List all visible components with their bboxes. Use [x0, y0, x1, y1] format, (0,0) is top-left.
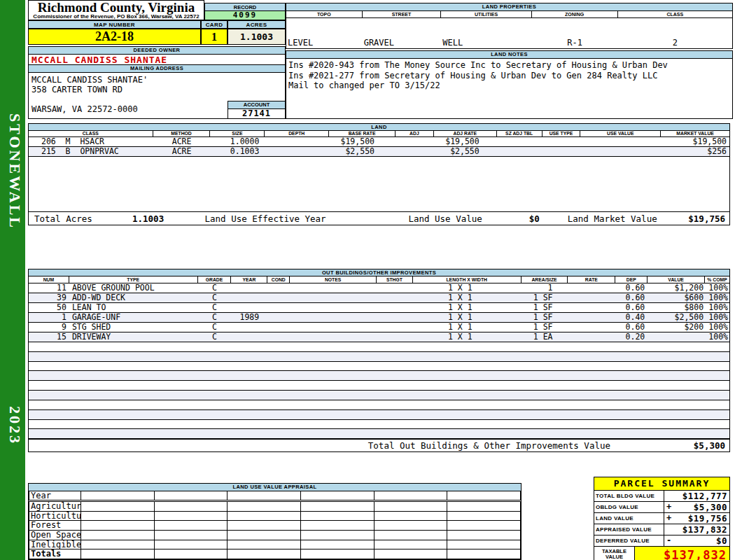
land-totals-row: Total Acres 1.1003 Land Use Effective Ye… [29, 211, 729, 225]
summary-row-land: LAND VALUE + $19,756 [594, 513, 729, 524]
out-buildings-empty-row [29, 362, 729, 372]
acres-header: ACRES [227, 20, 286, 29]
out-buildings-empty-row [29, 342, 729, 352]
land-properties-title: LAND PROPERTIES [286, 4, 732, 11]
deeded-owner-header: DEEDED OWNER [29, 47, 285, 55]
card-header: CARD [201, 20, 227, 29]
land-table: LAND CLASS METHOD SIZE DEPTH BASE RATE A… [28, 123, 730, 225]
out-building-row: 1 GARAGE-UNF C 1989 1 X 1 1 SF 0.40 $2,5… [29, 313, 729, 323]
map-number-value: 2A2-18 [28, 29, 201, 45]
deeded-owner-name: MCCALL CANDISS SHANTAE [29, 55, 285, 65]
land-use-value: $0 [505, 214, 539, 224]
out-buildings-empty-row [29, 410, 729, 420]
land-use-appraisal-title: LAND USE VALUE APPRAISAL [29, 484, 521, 491]
land-market-value: $19,756 [688, 214, 729, 224]
account-box: ACCOUNT 27141 [227, 101, 286, 119]
out-buildings-total-row: Total Out Buildings & Other Improvements… [29, 439, 729, 451]
mailing-address-header: MAILING ADDRESS [29, 65, 285, 73]
land-column-headers: CLASS METHOD SIZE DEPTH BASE RATE ADJ AD… [29, 131, 729, 137]
out-buildings-total-value: $5,300 [652, 440, 729, 451]
total-acres-label: Total Acres [29, 214, 132, 224]
taxable-value-label: TAXABLE VALUE [594, 547, 635, 560]
col-zoning: ZONING [532, 11, 618, 18]
total-acres-value: 1.1003 [132, 214, 205, 224]
land-table-empty-area [29, 157, 729, 211]
land-use-value-label: Land Use Value [408, 214, 505, 224]
out-building-row: 11 ABOVE GROUND POOL C 1 X 1 1 0.60 $1,2… [29, 284, 729, 293]
summary-row-obldg: OBLDG VALUE + $5,300 [594, 502, 729, 513]
out-buildings-empty-row [29, 420, 729, 430]
out-buildings-total-label: Total Out Buildings & Other Improvements… [368, 440, 652, 451]
land-use-appraisal-table: LAND USE VALUE APPRAISAL Year Agricultur… [28, 483, 522, 560]
summary-row-taxable: TAXABLE VALUE $137,832 [594, 547, 729, 560]
col-utilities: UTILITIES [441, 11, 532, 18]
parcel-summary-title: PARCEL SUMMARY [594, 477, 729, 491]
out-buildings-title: OUT BUILDINGS/OTHER IMPROVEMENTS [29, 270, 729, 276]
appraisal-row-forest: Forest [29, 521, 521, 531]
appraisal-row-year: Year [29, 491, 521, 500]
land-row: 215 B OPNPRVAC ACRE 0.1003 $2,550 $2,550… [29, 147, 729, 157]
out-building-row: 9 STG SHED C 1 X 1 1 SF 0.60 $200 100% [29, 323, 729, 332]
appraisal-row-ineligible: Ineligible [29, 540, 521, 550]
land-row: 206 M HSACR ACRE 1.0000 $19,500 $19,500 … [29, 137, 729, 147]
land-use-effective-year-label: Land Use Effective Year [205, 214, 409, 224]
col-topo: TOPO [286, 11, 363, 18]
col-class: CLASS [618, 11, 732, 18]
out-buildings-column-headers: NUM TYPE GRADE YEAR COND NOTES STHGT LEN… [29, 276, 729, 284]
county-title: Richmond County, Virginia [29, 1, 204, 14]
appraisal-row-horticulture: Horticulture [29, 512, 521, 522]
out-buildings-empty-row [29, 381, 729, 391]
record-number: 4099 [205, 11, 285, 20]
parcel-summary: PARCEL SUMMARY TOTAL BLDG VALUE $112,777… [594, 477, 730, 560]
out-building-row: 50 LEAN TO C 1 X 1 1 SF 0.60 $800 100% [29, 303, 729, 313]
out-building-row: 39 ADD-WD DECK C 1 X 1 1 SF 0.60 $600 10… [29, 293, 729, 303]
land-properties-column-headers: TOPO STREET UTILITIES ZONING CLASS [286, 11, 732, 18]
appraisal-row-open-space: Open Space [29, 531, 521, 540]
land-notes-title: LAND NOTES [286, 51, 732, 59]
record-box: RECORD 4099 [204, 3, 286, 20]
district-label: STONEWALL [3, 113, 24, 230]
out-buildings-empty-row [29, 391, 729, 400]
land-properties-section: LAND PROPERTIES TOPO STREET UTILITIES ZO… [286, 3, 733, 49]
appraisal-row-totals: Totals [29, 550, 521, 559]
summary-row-deferred: DEFERRED VALUE - $0 [594, 536, 729, 547]
commissioner-line: Commissioner of the Revenue, PO Box 366,… [29, 14, 204, 20]
left-green-band [0, 0, 25, 560]
land-notes-section: LAND NOTES Ins #2020-943 from The Money … [286, 50, 733, 119]
property-record-card: STONEWALL 2023 Richmond County, Virginia… [0, 0, 735, 560]
tax-year-label: 2023 [3, 406, 24, 445]
out-building-row: 15 DRIVEWAY C 1 X 1 1 EA 0.20 100% [29, 332, 729, 342]
card-value: 1 [201, 29, 227, 45]
appraisal-row-agriculture: Agriculture [29, 502, 521, 512]
county-header: Richmond County, Virginia Commissioner o… [28, 0, 204, 20]
out-buildings-table: OUT BUILDINGS/OTHER IMPROVEMENTS NUM TYP… [28, 269, 730, 452]
acres-value: 1.1003 [227, 29, 286, 45]
taxable-value: $137,832 [635, 547, 729, 560]
col-street: STREET [363, 11, 442, 18]
account-number: 27141 [228, 109, 285, 118]
land-notes-text: Ins #2020-943 from The Money Source Inc … [286, 59, 732, 91]
out-buildings-empty-row [29, 371, 729, 381]
out-buildings-empty-row [29, 400, 729, 410]
summary-row-total-bldg: TOTAL BLDG VALUE $112,777 [594, 491, 729, 502]
summary-row-appraised: APPRAISED VALUE $137,832 [594, 524, 729, 536]
map-number-header: MAP NUMBER [28, 20, 201, 29]
out-buildings-empty-row [29, 352, 729, 362]
land-market-value-label: Land Market Value [540, 214, 689, 224]
land-table-title: LAND [29, 124, 729, 131]
out-buildings-empty-row [29, 429, 729, 439]
